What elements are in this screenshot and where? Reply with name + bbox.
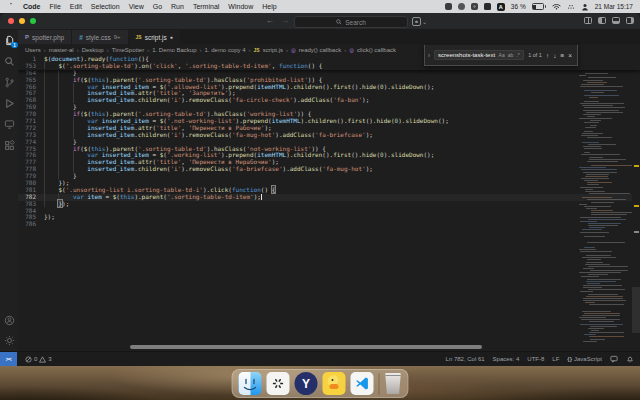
find-next-icon[interactable]: ↓ [553, 52, 556, 59]
dock-finder-icon[interactable] [239, 372, 262, 395]
apple-menu-icon[interactable] [7, 2, 14, 11]
remote-explorer-icon[interactable] [3, 118, 15, 130]
vscode-window: ← → Search ⌄ 1 [0, 13, 640, 366]
dock-y-browser-icon[interactable]: Y [295, 372, 318, 395]
menu-extra-icon-3[interactable] [471, 3, 478, 10]
find-query: screenshots-task-text [438, 52, 495, 58]
menu-run[interactable]: Run [171, 3, 184, 10]
extensions-icon[interactable] [3, 139, 15, 151]
minimize-window-button[interactable] [19, 18, 25, 24]
toggle-secondary-sidebar-icon[interactable] [626, 17, 634, 24]
toggle-panel-icon[interactable] [612, 17, 620, 24]
menu-selection[interactable]: Selection [91, 3, 120, 10]
breadcrumb-item[interactable]: script.js [263, 47, 283, 53]
code-line[interactable]: 786 [18, 221, 640, 228]
remote-indicator[interactable]: >< [0, 352, 17, 366]
breadcrumb-item[interactable]: TimeSpotter [112, 47, 144, 53]
battery-icon[interactable] [532, 3, 546, 10]
forward-icon[interactable]: → [281, 16, 289, 25]
input-source-icon[interactable]: A [497, 3, 505, 11]
code-line[interactable]: 785}); [18, 214, 640, 221]
wifi-icon[interactable] [552, 3, 561, 10]
code-line[interactable]: 768 inserted_item.children('i').removeCl… [18, 97, 640, 104]
explorer-icon[interactable]: 1 [3, 34, 15, 46]
find-previous-icon[interactable]: ↑ [546, 52, 549, 59]
search-placeholder: Search [345, 19, 366, 26]
breadcrumb-item[interactable]: master-al [49, 47, 74, 53]
menu-window[interactable]: Window [228, 3, 253, 10]
activity-bar: 1 [0, 30, 18, 351]
menu-edit[interactable]: Edit [70, 3, 82, 10]
tab-script-js[interactable]: JSscript.js● [129, 30, 181, 44]
horizontal-scrollbar[interactable] [130, 345, 482, 349]
eol-setting[interactable]: LF [552, 356, 559, 362]
indentation-setting[interactable]: Spaces: 4 [493, 356, 520, 362]
zoom-window-button[interactable] [30, 18, 36, 24]
toggle-sidebar-icon[interactable] [598, 17, 606, 24]
run-debug-icon[interactable] [3, 97, 15, 109]
find-toggle-[interactable]: .* [516, 52, 520, 58]
tab-spotter-php[interactable]: Pspotter.php [18, 30, 72, 44]
cursor-position[interactable]: Ln 782, Col 61 [446, 356, 485, 362]
breadcrumb-item[interactable]: Desktop [82, 47, 104, 53]
code-line[interactable]: 783 }); [18, 201, 640, 208]
control-center-icon[interactable] [567, 3, 575, 10]
find-input[interactable]: screenshots-task-text Aaab.* [434, 50, 524, 60]
menu-extra-icon-2[interactable] [458, 3, 465, 10]
breadcrumb-item[interactable]: 1. demo copy 4 [205, 47, 246, 53]
settings-gear-icon[interactable] [3, 334, 15, 346]
close-find-icon[interactable]: × [568, 52, 572, 59]
title-bar[interactable]: ← → Search ⌄ [0, 13, 640, 30]
menu-help[interactable]: Help [262, 3, 276, 10]
encoding-setting[interactable]: UTF-8 [527, 356, 544, 362]
search-icon [336, 19, 342, 25]
breadcrumb-item[interactable]: click() callback [357, 47, 396, 53]
find-toggle-Aa[interactable]: Aa [498, 52, 505, 58]
code-line[interactable]: 784 [18, 208, 640, 215]
menu-go[interactable]: Go [153, 3, 162, 10]
back-icon[interactable]: ← [266, 16, 274, 25]
vertical-scrollbar[interactable] [632, 287, 640, 333]
code-line[interactable]: 782 var item = $(this).parent('.sorting-… [18, 194, 640, 201]
menu-bar-clock[interactable]: 21 Mar 15:17 [595, 3, 633, 10]
menu-file[interactable]: File [50, 3, 61, 10]
dock-duck-app-icon[interactable] [323, 372, 346, 395]
dock-chatgpt-icon[interactable] [267, 372, 290, 395]
notifications-bell-icon[interactable] [626, 355, 634, 363]
breadcrumb-separator: › [200, 47, 202, 53]
minimap[interactable] [577, 56, 632, 343]
feedback-icon[interactable] [610, 355, 618, 363]
find-in-selection-icon[interactable]: ≡ [560, 52, 564, 59]
accounts-icon[interactable] [3, 314, 15, 326]
menu-extra-icon-1[interactable] [445, 3, 452, 10]
source-control-icon[interactable] [3, 76, 15, 88]
code-line[interactable]: 779 } [18, 173, 640, 180]
overview-ruler[interactable] [632, 56, 640, 343]
explorer-badge: 1 [11, 42, 18, 48]
toggle-replace-icon[interactable]: › [428, 52, 430, 59]
search-sidebar-icon[interactable] [3, 55, 15, 67]
profile-button[interactable]: ⌄ [412, 17, 427, 26]
breadcrumb-item[interactable]: 1. Demo Backup [152, 47, 196, 53]
code-editor[interactable]: 1$(document).ready(function(){753 $('.so… [18, 56, 640, 351]
menu-extra-icon-4[interactable] [484, 3, 491, 10]
dock-trash-icon[interactable] [385, 373, 402, 394]
symbol-icon: ◎ [291, 47, 296, 53]
line-text: inserted_item.children('i').removeClass(… [44, 132, 373, 139]
menu-code[interactable]: Code [23, 3, 41, 10]
language-mode[interactable]: {} JavaScript [567, 356, 602, 362]
split-editor-icon[interactable] [584, 17, 592, 24]
menu-view[interactable]: View [129, 3, 144, 10]
find-toggle-ab[interactable]: ab [507, 52, 514, 58]
tab-style-css[interactable]: #style.css9+ [72, 30, 128, 44]
user-icon[interactable] [581, 3, 589, 11]
close-window-button[interactable] [8, 18, 14, 24]
dock-vscode-icon[interactable] [351, 372, 374, 395]
code-line[interactable]: 778 inserted_item.children('i').removeCl… [18, 166, 640, 173]
breadcrumb-item[interactable]: Users [25, 47, 41, 53]
menu-terminal[interactable]: Terminal [193, 3, 219, 10]
command-center-search[interactable]: Search [294, 16, 408, 28]
code-line[interactable]: 773 inserted_item.children('i').removeCl… [18, 132, 640, 139]
breadcrumb-item[interactable]: ready() callback [299, 47, 341, 53]
problems-indicator[interactable]: 0 3 [25, 356, 52, 363]
